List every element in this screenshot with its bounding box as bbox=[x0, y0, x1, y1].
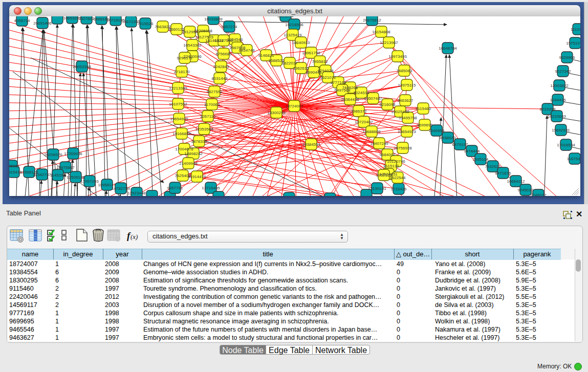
svg-text:3267110: 3267110 bbox=[200, 114, 216, 119]
svg-text:20206576: 20206576 bbox=[44, 152, 62, 157]
svg-text:8756685: 8756685 bbox=[215, 52, 232, 56]
svg-text:12093822: 12093822 bbox=[550, 83, 569, 88]
svg-text:18407249: 18407249 bbox=[370, 141, 388, 146]
svg-text:28053346: 28053346 bbox=[73, 64, 91, 69]
svg-text:18640910: 18640910 bbox=[292, 40, 310, 45]
svg-text:17957203: 17957203 bbox=[80, 179, 99, 184]
svg-text:16107552: 16107552 bbox=[169, 102, 187, 106]
svg-text:9827552: 9827552 bbox=[206, 90, 223, 94]
svg-text:1112443: 1112443 bbox=[571, 27, 580, 32]
svg-text:21409948: 21409948 bbox=[179, 161, 198, 166]
svg-text:12213967: 12213967 bbox=[380, 40, 398, 45]
svg-text:16210643: 16210643 bbox=[548, 114, 566, 119]
svg-text:9246012: 9246012 bbox=[530, 193, 547, 196]
svg-text:2935114: 2935114 bbox=[473, 157, 489, 162]
svg-text:15692931: 15692931 bbox=[552, 128, 570, 133]
svg-text:9777169: 9777169 bbox=[330, 80, 346, 85]
svg-text:10975867: 10975867 bbox=[56, 165, 75, 170]
svg-text:2718170: 2718170 bbox=[173, 70, 190, 74]
svg-text:12923448: 12923448 bbox=[127, 191, 146, 195]
svg-text:3024514: 3024514 bbox=[353, 91, 369, 95]
svg-text:19218506: 19218506 bbox=[285, 23, 303, 27]
svg-text:1733426: 1733426 bbox=[390, 187, 407, 191]
svg-text:6497568: 6497568 bbox=[334, 88, 351, 93]
svg-text:13654923: 13654923 bbox=[398, 129, 416, 134]
svg-text:15130141: 15130141 bbox=[368, 186, 386, 191]
svg-text:10507487: 10507487 bbox=[364, 96, 382, 101]
svg-text:10654112: 10654112 bbox=[507, 179, 526, 184]
svg-text:2986372: 2986372 bbox=[351, 109, 367, 114]
svg-text:12342737: 12342737 bbox=[33, 172, 51, 177]
svg-text:20691406: 20691406 bbox=[33, 21, 52, 26]
svg-text:8813054: 8813054 bbox=[277, 16, 294, 18]
svg-text:1952113: 1952113 bbox=[376, 173, 392, 178]
svg-text:1485061: 1485061 bbox=[9, 164, 20, 168]
svg-text:9227342: 9227342 bbox=[555, 69, 571, 74]
svg-text:11325419: 11325419 bbox=[284, 33, 302, 37]
svg-text:26364436: 26364436 bbox=[341, 97, 359, 102]
svg-text:1145194: 1145194 bbox=[50, 173, 66, 178]
svg-text:1615132: 1615132 bbox=[383, 164, 399, 168]
svg-text:16961758: 16961758 bbox=[302, 51, 320, 55]
svg-text:19384554: 19384554 bbox=[302, 142, 320, 147]
svg-text:1640954: 1640954 bbox=[428, 128, 445, 133]
svg-text:(x): (x) bbox=[130, 233, 138, 240]
svg-text:1822037: 1822037 bbox=[281, 61, 298, 65]
svg-text:1522544: 1522544 bbox=[389, 176, 406, 180]
svg-text:19166852: 19166852 bbox=[172, 132, 191, 136]
svg-text:6794028: 6794028 bbox=[317, 69, 334, 73]
svg-text:10720407: 10720407 bbox=[355, 120, 373, 124]
svg-text:9699695: 9699695 bbox=[417, 123, 433, 127]
svg-text:8031443: 8031443 bbox=[211, 76, 228, 81]
svg-text:10120746: 10120746 bbox=[387, 159, 405, 164]
svg-text:14898242: 14898242 bbox=[184, 151, 203, 156]
svg-text:1244415: 1244415 bbox=[550, 98, 566, 102]
svg-text:23226058: 23226058 bbox=[194, 29, 212, 33]
svg-text:10973493: 10973493 bbox=[388, 54, 407, 59]
svg-text:17359936: 17359936 bbox=[64, 151, 82, 156]
svg-text:8454749: 8454749 bbox=[238, 48, 255, 53]
svg-text:9329966: 9329966 bbox=[559, 55, 575, 60]
svg-text:9684007: 9684007 bbox=[379, 152, 396, 157]
svg-text:9474444: 9474444 bbox=[464, 149, 480, 154]
svg-text:20756928: 20756928 bbox=[394, 146, 412, 150]
svg-text:10025458: 10025458 bbox=[391, 110, 409, 114]
svg-text:9357274: 9357274 bbox=[221, 25, 237, 29]
svg-text:12353564: 12353564 bbox=[195, 127, 213, 132]
svg-text:12213389: 12213389 bbox=[169, 86, 187, 91]
svg-text:1621072: 1621072 bbox=[320, 75, 336, 80]
svg-text:16648784: 16648784 bbox=[439, 46, 457, 51]
svg-text:7632621: 7632621 bbox=[485, 164, 501, 169]
svg-text:8219358: 8219358 bbox=[539, 107, 556, 112]
svg-text:13716485: 13716485 bbox=[202, 186, 220, 190]
svg-text:18724007: 18724007 bbox=[285, 104, 303, 108]
svg-text:16033809: 16033809 bbox=[204, 17, 223, 21]
svg-text:16154808: 16154808 bbox=[372, 30, 390, 34]
svg-text:9463627: 9463627 bbox=[397, 98, 413, 103]
svg-text:17004678: 17004678 bbox=[175, 147, 193, 151]
svg-text:3878334: 3878334 bbox=[191, 139, 207, 144]
svg-text:11914479: 11914479 bbox=[188, 174, 207, 179]
svg-text:16782759: 16782759 bbox=[112, 186, 130, 191]
svg-text:9245032: 9245032 bbox=[517, 188, 534, 192]
svg-text:15751074: 15751074 bbox=[566, 41, 580, 46]
svg-text:19654925: 19654925 bbox=[170, 117, 188, 121]
svg-text:9657791: 9657791 bbox=[167, 186, 183, 190]
svg-text:6216098: 6216098 bbox=[379, 102, 396, 107]
svg-text:4055714: 4055714 bbox=[14, 18, 30, 23]
svg-text:18300295: 18300295 bbox=[267, 111, 286, 115]
svg-text:8471676: 8471676 bbox=[495, 171, 511, 176]
svg-text:9115460: 9115460 bbox=[416, 106, 431, 111]
svg-text:7955812: 7955812 bbox=[312, 59, 328, 64]
svg-text:2242843: 2242843 bbox=[213, 64, 229, 69]
svg-text:7515526: 7515526 bbox=[137, 21, 154, 26]
svg-text:1167534: 1167534 bbox=[567, 157, 580, 161]
svg-text:20876812: 20876812 bbox=[363, 18, 381, 23]
svg-text:10688609: 10688609 bbox=[362, 129, 381, 134]
svg-text:1254546: 1254546 bbox=[227, 37, 243, 42]
svg-text:1170063: 1170063 bbox=[204, 102, 220, 107]
svg-text:9296172: 9296172 bbox=[177, 56, 193, 60]
svg-text:10543362: 10543362 bbox=[183, 43, 202, 48]
svg-text:13495758: 13495758 bbox=[399, 116, 417, 120]
svg-text:1527602: 1527602 bbox=[78, 16, 95, 21]
